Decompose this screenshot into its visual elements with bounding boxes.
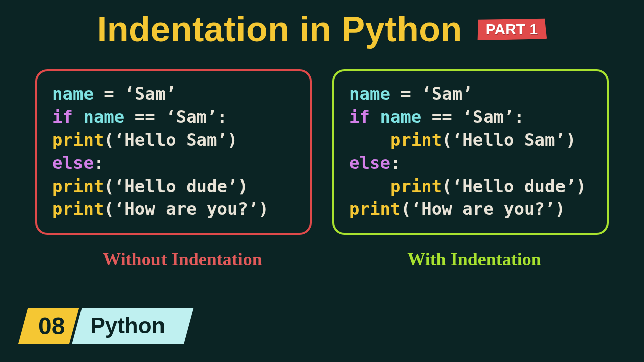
code-token-pun: : [390,153,400,173]
code-token-pun: : [514,107,524,127]
footer-number: 08 [18,308,79,344]
code-token-op: == [124,107,166,127]
code-box-with-indent: name = ‘Sam’if name == ‘Sam’: print(‘Hel… [332,69,609,235]
code-token-op [349,130,390,150]
code-line: print(‘Hello dude’) [349,175,592,198]
code-token-pun: ( [442,176,452,196]
code-token-str: ‘Hello Sam’ [114,130,227,150]
code-line: print(‘How are you?’) [52,198,295,221]
code-token-str: ‘Sam’ [421,83,472,104]
code-token-str: ‘Hello dude’ [452,176,576,196]
code-token-pun: ( [442,130,452,150]
code-token-fn: print [52,176,104,196]
code-token-str: ‘Sam’ [124,83,176,104]
code-token-str: ‘Hello Sam’ [452,130,566,150]
code-line: print(‘Hello dude’) [52,175,295,198]
code-token-pun: : [217,107,227,127]
code-box-without-indent: name = ‘Sam’if name == ‘Sam’:print(‘Hell… [35,69,312,235]
code-token-pun: ( [104,199,114,219]
code-line: print(‘Hello Sam’) [349,129,592,152]
code-token-var: name [380,107,421,127]
code-token-pun: ) [576,176,586,196]
caption-with-indent: With Indentation [407,249,541,270]
code-line: else: [349,152,592,175]
part-badge: PART 1 [476,18,547,41]
code-line: name = ‘Sam’ [52,82,295,106]
code-token-str: ‘Sam’ [166,107,217,127]
code-token-str: ‘How are you?’ [114,199,259,219]
code-token-fn: print [390,176,442,196]
code-token-var: name [349,83,390,104]
code-token-fn: print [390,130,442,150]
code-token-pun: ( [104,130,114,150]
footer-tag: 08 Python [18,308,194,344]
code-line: else: [52,152,295,175]
code-token-str: ‘Hello dude’ [114,176,238,196]
code-token-fn: print [52,130,104,150]
footer-language: Python [72,308,193,344]
code-token-kw: else [52,153,94,173]
code-token-op [349,176,390,196]
main-title: Indentation in Python [97,9,462,49]
code-token-pun: ( [400,199,411,219]
code-token-op: = [94,83,124,104]
code-token-op: == [421,107,462,127]
title-row: Indentation in Python PART 1 [0,0,644,49]
code-token-pun: ) [555,199,565,219]
code-line: name = ‘Sam’ [349,82,592,106]
code-line: if name == ‘Sam’: [349,106,592,129]
code-token-str: ‘Sam’ [462,107,514,127]
captions-row: Without Indentation With Indentation [0,249,644,270]
code-token-kw: if [52,107,83,127]
code-token-kw: if [349,107,380,127]
code-line: print(‘Hello Sam’) [52,129,295,152]
code-token-pun: ) [227,130,237,150]
code-token-kw: else [349,153,390,173]
code-token-pun: ) [237,176,248,196]
code-panels: name = ‘Sam’if name == ‘Sam’:print(‘Hell… [0,69,644,235]
code-token-str: ‘How are you?’ [411,199,555,219]
code-token-var: name [52,83,94,104]
code-token-pun: ) [566,130,576,150]
code-token-op: = [390,83,421,104]
code-token-pun: ) [258,199,268,219]
code-line: print(‘How are you?’) [349,198,592,221]
code-token-pun: ( [104,176,114,196]
code-line: if name == ‘Sam’: [52,106,295,129]
caption-without-indent: Without Indentation [103,249,262,270]
code-token-fn: print [52,199,104,219]
code-token-var: name [83,107,124,127]
code-token-fn: print [349,199,400,219]
code-token-pun: : [94,153,104,173]
